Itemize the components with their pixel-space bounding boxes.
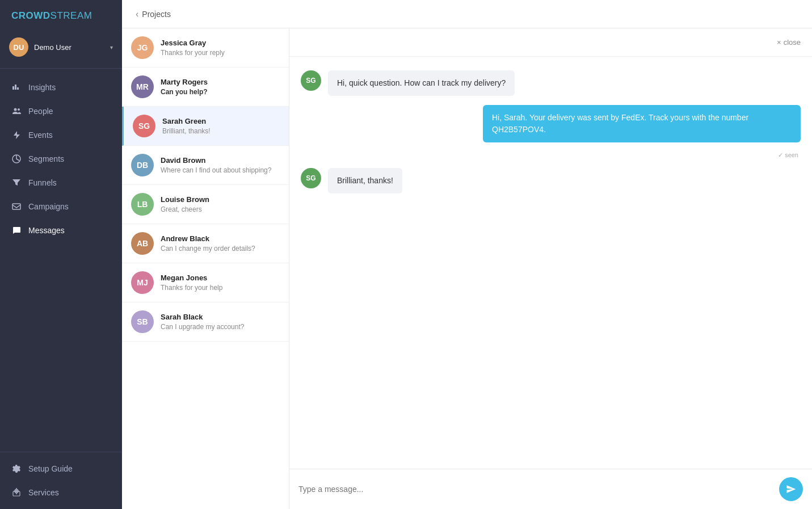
conv-name: Andrew Black bbox=[161, 234, 280, 243]
conv-info: Megan Jones Thanks for your help bbox=[161, 274, 280, 292]
gear-icon bbox=[11, 464, 22, 474]
segments-icon bbox=[11, 154, 22, 164]
message-bubble: Brilliant, thanks! bbox=[328, 168, 402, 193]
conv-info: Louise Brown Great, cheers bbox=[161, 195, 280, 213]
funnel-icon bbox=[11, 178, 22, 188]
sidebar-item-people[interactable]: People bbox=[0, 99, 122, 123]
message-row: SG Brilliant, thanks! bbox=[301, 168, 801, 193]
message-row: SG Hi, quick question. How can I track m… bbox=[301, 70, 801, 96]
conv-preview: Can you help? bbox=[161, 88, 280, 96]
sidebar-item-campaigns[interactable]: Campaigns bbox=[0, 195, 122, 218]
chat-header: × close bbox=[289, 28, 812, 57]
messages-icon bbox=[11, 225, 22, 235]
conv-name: Sarah Green bbox=[162, 117, 280, 125]
conversation-item[interactable]: DB David Brown Where can I find out abou… bbox=[122, 146, 289, 185]
conversation-item[interactable]: LB Louise Brown Great, cheers bbox=[122, 185, 289, 224]
chat-footer bbox=[289, 469, 812, 509]
conv-info: Marty Rogers Can you help? bbox=[161, 78, 280, 96]
sidebar-item-label: Segments bbox=[28, 154, 64, 163]
svg-point-0 bbox=[14, 108, 17, 111]
conv-name: Marty Rogers bbox=[161, 78, 280, 86]
content-area: JG Jessica Gray Thanks for your reply MR… bbox=[122, 28, 812, 509]
conversation-item[interactable]: AB Andrew Black Can I change my order de… bbox=[122, 224, 289, 263]
message-bubble: Hi, Sarah. Your delivery was sent by Fed… bbox=[483, 105, 801, 142]
avatar: MJ bbox=[131, 271, 154, 294]
conv-preview: Thanks for your reply bbox=[161, 49, 280, 57]
sidebar-item-funnels[interactable]: Funnels bbox=[0, 171, 122, 195]
sidebar-bottom: Setup Guide Services bbox=[0, 452, 122, 509]
sidebar-item-label: Campaigns bbox=[28, 202, 69, 211]
user-name: Demo User bbox=[34, 43, 104, 52]
sidebar-item-label: Funnels bbox=[28, 178, 57, 187]
conv-preview: Can I upgrade my account? bbox=[161, 323, 280, 331]
sidebar-item-label: People bbox=[28, 107, 53, 116]
sidebar: CROWDSTREAM DU Demo User ▾ Insights Peop… bbox=[0, 0, 122, 509]
conversation-item[interactable]: MR Marty Rogers Can you help? bbox=[122, 68, 289, 107]
sidebar-item-services[interactable]: Services bbox=[0, 481, 122, 504]
people-icon bbox=[11, 106, 22, 116]
avatar: SG bbox=[133, 115, 155, 137]
sidebar-item-events[interactable]: Events bbox=[0, 123, 122, 147]
conv-preview: Thanks for your help bbox=[161, 284, 280, 292]
conv-name: Jessica Gray bbox=[161, 39, 280, 47]
back-arrow-icon: ‹ bbox=[136, 9, 138, 19]
conv-preview: Brilliant, thanks! bbox=[162, 127, 280, 135]
divider bbox=[0, 68, 122, 69]
conv-name: Sarah Black bbox=[161, 313, 280, 321]
avatar: DB bbox=[131, 154, 154, 176]
avatar: SB bbox=[131, 310, 154, 333]
close-label: close bbox=[784, 38, 801, 47]
close-icon: × bbox=[777, 38, 781, 47]
conv-preview: Where can I find out about shipping? bbox=[161, 166, 280, 174]
sidebar-item-messages[interactable]: Messages bbox=[0, 218, 122, 242]
main-nav: Insights People Events Segments Funnels bbox=[0, 71, 122, 452]
user-initials: DU bbox=[14, 43, 24, 52]
sidebar-item-label: Services bbox=[28, 488, 59, 497]
avatar: MR bbox=[131, 75, 154, 98]
chart-icon bbox=[11, 82, 22, 92]
conv-name: Megan Jones bbox=[161, 274, 280, 282]
sidebar-item-label: Setup Guide bbox=[28, 464, 73, 473]
message-input[interactable] bbox=[298, 485, 772, 494]
avatar: SG bbox=[301, 70, 321, 91]
conversation-item[interactable]: MJ Megan Jones Thanks for your help bbox=[122, 263, 289, 302]
topbar: ‹ Projects bbox=[122, 0, 812, 28]
chevron-down-icon: ▾ bbox=[110, 44, 113, 51]
logo-light: STREAM bbox=[51, 10, 92, 21]
logo-bold: CROWD bbox=[11, 10, 51, 21]
sidebar-item-label: Messages bbox=[28, 226, 65, 235]
message-bubble: Hi, quick question. How can I track my d… bbox=[328, 70, 515, 96]
conv-name: David Brown bbox=[161, 156, 280, 165]
chat-area: × close SG Hi, quick question. How can I… bbox=[289, 28, 812, 509]
conv-info: Sarah Black Can I upgrade my account? bbox=[161, 313, 280, 331]
message-row: Hi, Sarah. Your delivery was sent by Fed… bbox=[301, 105, 801, 142]
sidebar-item-segments[interactable]: Segments bbox=[0, 147, 122, 171]
back-button[interactable]: ‹ Projects bbox=[136, 9, 171, 19]
send-button[interactable] bbox=[779, 477, 803, 501]
sidebar-item-label: Insights bbox=[28, 83, 56, 92]
conv-name: Louise Brown bbox=[161, 195, 280, 204]
conversation-item[interactable]: SG Sarah Green Brilliant, thanks! bbox=[122, 107, 289, 146]
sidebar-item-setup[interactable]: Setup Guide bbox=[0, 457, 122, 481]
user-profile[interactable]: DU Demo User ▾ bbox=[0, 32, 122, 66]
conversation-list: JG Jessica Gray Thanks for your reply MR… bbox=[122, 28, 289, 509]
avatar: JG bbox=[131, 36, 154, 59]
lightning-icon bbox=[11, 130, 22, 140]
conv-info: Andrew Black Can I change my order detai… bbox=[161, 234, 280, 253]
back-label: Projects bbox=[142, 10, 171, 19]
conversation-item[interactable]: SB Sarah Black Can I upgrade my account? bbox=[122, 302, 289, 342]
svg-rect-3 bbox=[12, 204, 20, 209]
sidebar-item-insights[interactable]: Insights bbox=[0, 75, 122, 99]
puzzle-icon bbox=[11, 487, 22, 498]
conv-preview: Can I change my order details? bbox=[161, 245, 280, 253]
app-logo: CROWDSTREAM bbox=[0, 0, 122, 32]
conversation-item[interactable]: JG Jessica Gray Thanks for your reply bbox=[122, 28, 289, 68]
svg-point-1 bbox=[18, 108, 20, 111]
conv-info: Sarah Green Brilliant, thanks! bbox=[162, 117, 280, 135]
avatar: AB bbox=[131, 232, 154, 255]
conv-info: Jessica Gray Thanks for your reply bbox=[161, 39, 280, 57]
avatar: SG bbox=[301, 168, 321, 188]
close-button[interactable]: × close bbox=[777, 38, 801, 47]
seen-label: ✓ seen bbox=[301, 152, 801, 159]
campaigns-icon bbox=[11, 201, 22, 212]
